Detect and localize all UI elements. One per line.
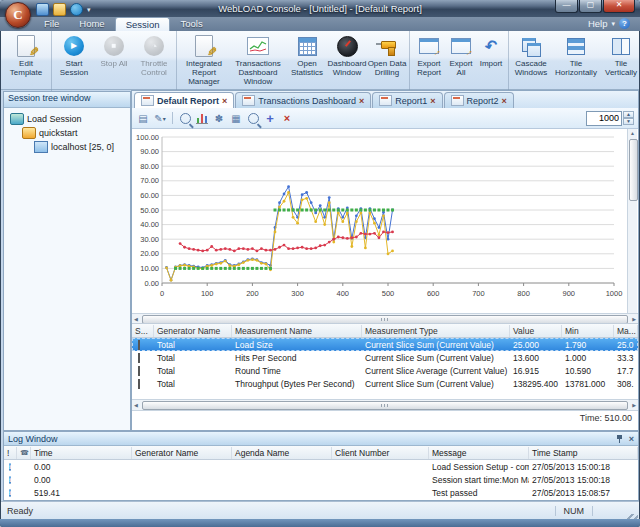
close-tab-icon[interactable]: ×: [359, 96, 364, 106]
application-window: WebLOAD Console - [Untitled] - [Default …: [0, 0, 640, 527]
close-log-icon[interactable]: ×: [629, 434, 634, 444]
tile-horizontally-icon: [567, 34, 585, 58]
col-measurement-type: Measurement Type: [362, 325, 510, 337]
button-label: Integrated Report Manager: [179, 59, 229, 87]
report-tab-transactions-dashboard[interactable]: Transactions Dashboard ×: [235, 92, 371, 108]
measurements-header-row[interactable]: S... Generator Name Measurement Name Mea…: [132, 323, 638, 338]
sample-count-input[interactable]: [586, 111, 622, 126]
tab-home[interactable]: Home: [69, 17, 114, 31]
toolbar-separator: [172, 112, 173, 124]
svg-text:400: 400: [337, 289, 350, 298]
table-horizontal-scrollbar[interactable]: ◀▶: [132, 399, 638, 411]
col-time-stamp: Time Stamp: [529, 447, 638, 459]
chart-view-icon[interactable]: [195, 111, 209, 125]
report-properties-icon[interactable]: ▤: [136, 111, 150, 125]
spinner-up-icon[interactable]: ▲: [623, 111, 634, 118]
dashboard-window-button[interactable]: Dashboard Window: [327, 33, 367, 77]
series-color-swatch: [138, 379, 140, 389]
tab-tools[interactable]: Tools: [170, 17, 212, 31]
report-tab-default-report[interactable]: Default Report ×: [134, 92, 234, 108]
session-tree-title: Session tree window: [4, 92, 130, 108]
open-data-drilling-icon: [376, 34, 398, 58]
tab-file[interactable]: File: [34, 17, 69, 31]
svg-text:0.00: 0.00: [144, 279, 159, 288]
log-row[interactable]: i 0.00 Session start time:Mon May ... 27…: [4, 473, 638, 486]
app-menu-button[interactable]: C: [5, 2, 31, 28]
help-menu[interactable]: Help: [588, 18, 608, 29]
close-tab-icon[interactable]: ×: [222, 96, 227, 106]
zoom-settings-icon[interactable]: [178, 111, 192, 125]
host-icon: [34, 141, 48, 153]
run-icon[interactable]: [70, 3, 83, 16]
button-label: Cascade Windows: [511, 59, 551, 77]
tree-item-load-session[interactable]: Load Session: [8, 112, 130, 126]
add-measurement-button[interactable]: +: [263, 111, 277, 125]
start-session-button[interactable]: ▶ Start Session: [54, 33, 94, 77]
export-report-button[interactable]: Export Report: [412, 33, 446, 77]
button-label: Export Report: [412, 59, 446, 77]
col-message: Message: [429, 447, 529, 459]
table-row[interactable]: Total Round Time Current Slice Average (…: [132, 364, 638, 377]
throttle-control-button[interactable]: ◔ Throttle Control: [134, 33, 174, 77]
help-icon[interactable]: ?: [619, 18, 630, 29]
col-series: S...: [132, 325, 154, 337]
edit-template-button[interactable]: Edit Template: [3, 33, 49, 77]
report-tab-report1[interactable]: Report1 ×: [372, 92, 442, 108]
spinner-down-icon[interactable]: ▼: [623, 118, 634, 125]
tree-item-localhost[interactable]: localhost [25, 0]: [8, 140, 130, 154]
close-tab-icon[interactable]: ×: [430, 96, 435, 106]
window-title: WebLOAD Console - [Untitled] - [Default …: [0, 3, 640, 14]
transactions-dashboard-icon: [247, 34, 269, 58]
tile-vertically-button[interactable]: Tile Vertically: [601, 33, 640, 77]
integrated-report-manager-button[interactable]: Integrated Report Manager: [179, 33, 229, 87]
svg-text:70.00: 70.00: [140, 176, 159, 185]
report-tab-report2[interactable]: Report2 ×: [444, 92, 514, 108]
svg-text:800: 800: [517, 289, 530, 298]
load-session-icon: [10, 113, 24, 125]
svg-text:80.00: 80.00: [140, 162, 159, 171]
open-statistics-button[interactable]: Open Statistics: [287, 33, 327, 77]
maximize-button[interactable]: ▢: [579, 0, 602, 13]
info-icon: i: [9, 463, 11, 471]
titlebar: WebLOAD Console - [Untitled] - [Default …: [0, 0, 640, 17]
svg-text:90.00: 90.00: [140, 147, 159, 156]
col-phone-icon: ☎: [17, 447, 31, 459]
pen-tool-icon[interactable]: ✎▾: [153, 111, 167, 125]
refresh-measurements-icon[interactable]: ✽: [212, 111, 226, 125]
series-color-swatch: [138, 340, 140, 350]
log-window: Log Window × ! ☎ Time Generator Name Age…: [3, 431, 639, 501]
tab-session[interactable]: Session: [115, 17, 171, 31]
pin-icon[interactable]: [616, 435, 623, 443]
export-report-icon: [419, 34, 439, 58]
log-row[interactable]: i 0.00 Load Session Setup - comple... 27…: [4, 460, 638, 473]
log-header-row[interactable]: ! ☎ Time Generator Name Agenda Name Clie…: [4, 446, 638, 460]
save-icon[interactable]: [36, 3, 49, 16]
qat-customize-caret-icon[interactable]: ▾: [87, 6, 91, 14]
ribbon: Edit Template Start Editing ▶ Start Sess…: [1, 31, 639, 90]
log-row[interactable]: i 519.41 Test passed 27/05/2013 15:08:57: [4, 486, 638, 499]
tree-item-label: localhost [25, 0]: [51, 142, 114, 152]
table-row[interactable]: Total Load Size Current Slice Sum (Curre…: [132, 338, 638, 351]
table-view-icon[interactable]: ▦: [229, 111, 243, 125]
col-measurement-name: Measurement Name: [232, 325, 362, 337]
report-tab-label: Transactions Dashboard: [258, 96, 356, 106]
import-button[interactable]: ↶ Import: [476, 33, 506, 68]
preview-icon[interactable]: [246, 111, 260, 125]
report-doc-icon: [451, 95, 464, 106]
table-row[interactable]: Total Hits Per Second Current Slice Sum …: [132, 351, 638, 364]
remove-measurement-button[interactable]: ×: [280, 111, 294, 125]
transactions-dashboard-window-button[interactable]: Transactions Dashboard Window: [229, 33, 287, 87]
stop-all-button[interactable]: ■ Stop All: [94, 33, 134, 68]
table-row[interactable]: Total Throughput (Bytes Per Second) Curr…: [132, 377, 638, 390]
tile-horizontally-button[interactable]: Tile Horizontally: [551, 33, 601, 77]
chart-vertical-scrollbar[interactable]: ▲▼: [627, 129, 637, 325]
export-all-button[interactable]: Export All: [446, 33, 476, 77]
cascade-windows-button[interactable]: Cascade Windows: [511, 33, 551, 77]
close-tab-icon[interactable]: ×: [502, 96, 507, 106]
tree-item-quickstart[interactable]: quickstart: [8, 126, 130, 140]
ribbon-tab-strip: File Home Session Tools Help ▾ ?: [0, 17, 640, 31]
minimize-button[interactable]: —: [555, 0, 578, 13]
open-data-drilling-button[interactable]: Open Data Drilling: [367, 33, 407, 77]
close-button[interactable]: ✕: [603, 0, 635, 13]
open-icon[interactable]: [53, 3, 66, 16]
